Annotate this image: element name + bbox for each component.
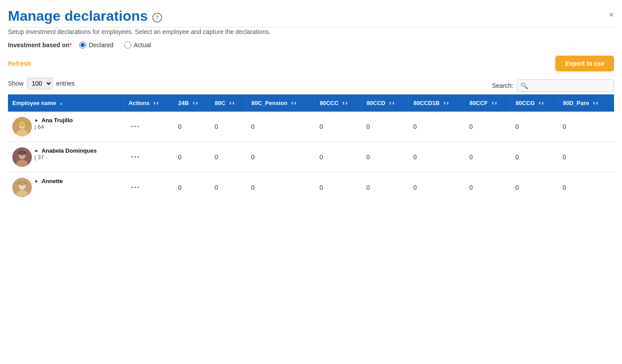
subtitle: Setup investment declarations for employ… [8, 28, 614, 35]
col-actions[interactable]: Actions ⬆⬇ [124, 94, 174, 112]
radio-declared[interactable]: Declared [79, 41, 114, 49]
col-80ccd1b[interactable]: 80CCD1B ⬆⬇ [409, 94, 465, 112]
val-80ccd1b: 0 [409, 112, 465, 142]
header-divider [8, 27, 614, 27]
employee-name: Ana Trujillo [42, 117, 73, 124]
radio-declared-input[interactable] [79, 41, 86, 49]
col-80ccg[interactable]: 80CCG ⬆⬇ [511, 94, 558, 112]
page-title: Manage declarations [8, 8, 148, 24]
col-80ccf[interactable]: 80CCF ⬆⬇ [465, 94, 511, 112]
val-80c: 0 [210, 173, 247, 203]
search-label: Search: [492, 82, 513, 89]
col-employee-name[interactable]: Employee name ▲ [8, 94, 124, 112]
val-80ccg: 0 [511, 112, 558, 142]
val-80ccf: 0 [465, 112, 511, 142]
employee-cell: ► Annette [8, 173, 124, 203]
table-row: ► Anabela Dominques | 37 ··· 0 0 0 0 0 0 [8, 142, 614, 173]
val-80c: 0 [210, 112, 247, 142]
val-80ccd1b: 0 [409, 142, 465, 173]
val-80c: 0 [210, 142, 247, 173]
col-80d-pare[interactable]: 80D_Pare ⬆⬇ [558, 94, 614, 112]
table-controls: Show 10 25 50 100 entries Search: 🔍 [8, 78, 614, 94]
table-body: ► Ana Trujillo | 64 ··· 0 0 0 0 0 0 0 [8, 112, 614, 203]
expand-arrow[interactable]: ► [34, 179, 39, 184]
investment-based-on-row: Investment based on* Declared Actual [8, 41, 614, 49]
val-80d-pare: 0 [558, 112, 614, 142]
expand-arrow[interactable]: ► [34, 118, 39, 123]
val-24b: 0 [174, 112, 210, 142]
col-24b[interactable]: 24B ⬆⬇ [174, 94, 210, 112]
search-icon: 🔍 [520, 82, 528, 89]
table-row: ► Ana Trujillo | 64 ··· 0 0 0 0 0 0 0 [8, 112, 614, 142]
actions-cell: ··· [124, 142, 174, 173]
val-80ccg: 0 [511, 142, 558, 173]
expand-arrow[interactable]: ► [34, 148, 39, 153]
svg-point-7 [18, 151, 26, 155]
svg-point-11 [18, 181, 26, 186]
radio-actual-label: Actual [134, 41, 151, 49]
col-80c[interactable]: 80C ⬆⬇ [210, 94, 247, 112]
search-row: Search: 🔍 [492, 79, 614, 92]
val-24b: 0 [174, 142, 210, 173]
val-80d-pare: 0 [558, 173, 614, 203]
entries-select[interactable]: 10 25 50 100 [27, 78, 53, 89]
val-24b: 0 [174, 173, 210, 203]
export-csv-button[interactable]: Export to csv [555, 56, 614, 71]
employee-id: | 64 [34, 124, 73, 130]
help-icon[interactable]: ? [152, 13, 162, 23]
col-80ccc[interactable]: 80CCC ⬆⬇ [315, 94, 362, 112]
val-80ccf: 0 [465, 173, 511, 203]
radio-declared-label: Declared [89, 41, 114, 49]
avatar [12, 178, 32, 197]
col-80c-pension[interactable]: 80C_Pension ⬆⬇ [247, 94, 315, 112]
employee-name: Anabela Dominques [42, 147, 97, 154]
radio-actual-input[interactable] [124, 41, 131, 49]
val-80ccc: 0 [315, 142, 362, 173]
refresh-button[interactable]: Refresh [8, 60, 31, 67]
actions-button[interactable]: ··· [129, 120, 143, 133]
declarations-table: Employee name ▲ Actions ⬆⬇ 24B ⬆⬇ 80C ⬆⬇… [8, 94, 614, 203]
svg-point-3 [18, 121, 26, 127]
val-80d-pare: 0 [558, 142, 614, 173]
val-80c-pension: 0 [247, 142, 315, 173]
show-entries-row: Show 10 25 50 100 entries [8, 78, 75, 89]
val-80ccd: 0 [362, 173, 409, 203]
employee-cell: ► Ana Trujillo | 64 [8, 112, 124, 142]
required-star: * [69, 41, 72, 49]
val-80ccc: 0 [315, 112, 362, 142]
val-80ccd1b: 0 [409, 173, 465, 203]
actions-button[interactable]: ··· [129, 151, 143, 164]
employee-id: | 37 [34, 154, 97, 161]
val-80ccd: 0 [362, 112, 409, 142]
col-80ccd[interactable]: 80CCD ⬆⬇ [362, 94, 409, 112]
val-80c-pension: 0 [247, 173, 315, 203]
search-input[interactable] [517, 79, 614, 92]
avatar [12, 147, 32, 167]
val-80ccg: 0 [511, 173, 558, 203]
toolbar-row: Refresh Export to csv [8, 56, 614, 71]
entries-label: entries [56, 80, 75, 87]
investment-label: Investment based on* [8, 41, 72, 49]
avatar [12, 117, 32, 136]
radio-actual[interactable]: Actual [124, 41, 151, 49]
table-header: Employee name ▲ Actions ⬆⬇ 24B ⬆⬇ 80C ⬆⬇… [8, 94, 614, 112]
actions-button[interactable]: ··· [129, 181, 143, 194]
table-row: ► Annette ··· 0 0 0 0 0 0 0 0 0 [8, 173, 614, 203]
investment-radio-group: Declared Actual [79, 41, 151, 49]
employee-name: Annette [42, 178, 63, 184]
search-input-wrap: 🔍 [517, 79, 614, 92]
close-icon[interactable]: × [609, 10, 614, 20]
val-80ccf: 0 [465, 142, 511, 173]
actions-cell: ··· [124, 173, 174, 203]
val-80ccc: 0 [315, 173, 362, 203]
val-80ccd: 0 [362, 142, 409, 173]
employee-cell: ► Anabela Dominques | 37 [8, 142, 124, 173]
show-label: Show [8, 80, 23, 87]
val-80c-pension: 0 [247, 112, 315, 142]
actions-cell: ··· [124, 112, 174, 142]
